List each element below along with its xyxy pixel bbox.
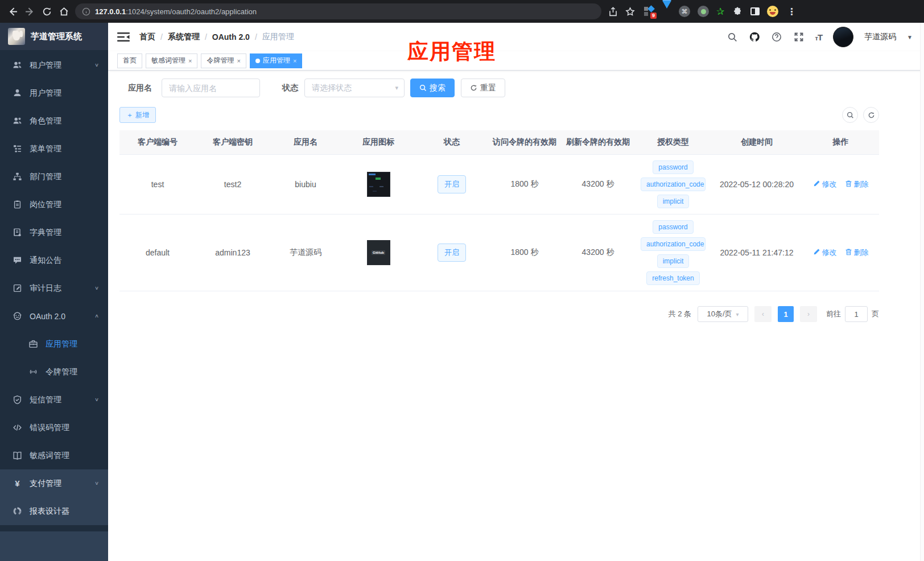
sidebar-item-tenant[interactable]: 租户管理∨ — [0, 51, 108, 79]
page-size-select[interactable]: 10条/页▾ — [698, 306, 748, 322]
add-button[interactable]: ＋ 新增 — [119, 107, 156, 123]
cell-created-time: 2022-05-12 00:28:20 — [711, 155, 802, 214]
sidebar-item-errcode[interactable]: 错误码管理 — [0, 414, 108, 442]
sidebar-toggle-icon[interactable] — [117, 31, 130, 43]
sidebar-item-report[interactable]: 报表设计器 — [0, 497, 108, 525]
sidebar-item-label: 支付管理 — [30, 478, 61, 489]
sidebar-item-sensitive[interactable]: 敏感词管理 — [0, 442, 108, 469]
reset-button[interactable]: 重置 — [461, 79, 505, 97]
status-badge[interactable]: 开启 — [438, 244, 466, 262]
sidebar-item-menu[interactable]: 菜单管理 — [0, 135, 108, 163]
edit-link[interactable]: 修改 — [813, 179, 837, 189]
sidebar-item-role[interactable]: 角色管理 — [0, 107, 108, 135]
app-logo-row[interactable]: 芋道管理系统 — [0, 23, 108, 50]
sidebar-item-label: 通知公告 — [30, 255, 61, 266]
column-header: 状态 — [415, 130, 488, 155]
sidebar-item-oauth2-app[interactable]: 应用管理 — [0, 330, 108, 358]
breadcrumb-separator: / — [160, 32, 163, 42]
back-icon[interactable] — [7, 6, 18, 17]
app-logo-icon — [8, 28, 25, 45]
edit-link[interactable]: 修改 — [813, 248, 837, 258]
prev-page-button[interactable]: ‹ — [754, 306, 772, 322]
header-search-icon[interactable] — [727, 31, 738, 43]
table-refresh-icon[interactable] — [863, 107, 879, 123]
chevron-down-icon: ∨ — [94, 285, 99, 291]
next-page-button[interactable]: › — [800, 306, 817, 322]
breadcrumb-item[interactable]: OAuth 2.0 — [212, 32, 250, 42]
report-icon — [13, 506, 22, 516]
menu-dots-icon[interactable]: ⋮ — [786, 6, 797, 17]
sidebar-item-sms[interactable]: 短信管理∨ — [0, 386, 108, 414]
github-icon[interactable] — [749, 31, 760, 43]
scrollbar[interactable] — [920, 23, 924, 561]
cell-access-ttl: 1800 秒 — [488, 214, 561, 291]
kite-icon[interactable] — [662, 4, 671, 19]
user-caret-icon[interactable]: ▼ — [907, 34, 913, 40]
goto-page-input[interactable] — [845, 306, 868, 322]
sidebar-item-audit[interactable]: 审计日志∨ — [0, 274, 108, 302]
sidebar-item-oauth2-token[interactable]: 令牌管理 — [0, 358, 108, 386]
tab-首页[interactable]: 首页 — [117, 53, 142, 68]
sidebar-item-dict[interactable]: 字典管理 — [0, 218, 108, 246]
breadcrumb-item[interactable]: 系统管理 — [168, 32, 200, 42]
delete-link[interactable]: 删除 — [845, 248, 869, 258]
app-name-input[interactable] — [162, 79, 260, 97]
github-thumb: GitHub — [367, 240, 390, 265]
fullscreen-icon[interactable] — [793, 31, 805, 43]
breadcrumb-item[interactable]: 首页 — [139, 32, 155, 42]
tags-view-bar: 首页敏感词管理×令牌管理×应用管理× — [108, 51, 924, 71]
help-icon[interactable] — [771, 31, 782, 43]
home-icon[interactable] — [58, 6, 69, 17]
sidebar-item-user[interactable]: 用户管理 — [0, 79, 108, 107]
font-size-icon[interactable]: тT — [815, 32, 823, 42]
navbar: 首页/系统管理/OAuth 2.0/应用管理 тT 芋道源码 ▼ — [108, 23, 924, 51]
reload-icon[interactable] — [41, 6, 52, 17]
record-circle-icon[interactable] — [698, 6, 709, 17]
tab-应用管理[interactable]: 应用管理× — [250, 53, 302, 68]
sidebar-item-label: 敏感词管理 — [30, 451, 69, 461]
sidebar-item-oauth2[interactable]: OAuth 2.0∧ — [0, 302, 108, 330]
puzzle-icon[interactable] — [732, 6, 743, 17]
close-icon[interactable]: × — [188, 57, 192, 64]
split-view-icon[interactable] — [750, 7, 760, 15]
star-icon[interactable] — [624, 6, 636, 17]
delete-icon — [845, 180, 852, 189]
edit-icon — [813, 180, 820, 189]
forward-icon[interactable] — [24, 6, 35, 17]
close-icon[interactable]: × — [293, 57, 296, 64]
address-bar[interactable]: 127.0.0.1:1024/system/oauth2/oauth2/appl… — [75, 3, 601, 19]
status-select[interactable]: 请选择状态 ▾ — [304, 79, 405, 97]
status-select-placeholder: 请选择状态 — [312, 83, 352, 93]
extension-badge-icon[interactable]: 9 — [644, 6, 655, 17]
users-icon — [13, 60, 22, 70]
sidebar-item-pay[interactable]: ¥支付管理∨ — [0, 469, 108, 497]
sidebar-item-post[interactable]: 岗位管理 — [0, 191, 108, 218]
active-dot-icon — [255, 59, 260, 63]
info-icon[interactable] — [82, 6, 90, 17]
sidebar-item-notice[interactable]: 通知公告 — [0, 246, 108, 274]
tab-令牌管理[interactable]: 令牌管理× — [201, 53, 246, 68]
search-button[interactable]: 搜索 — [410, 79, 455, 97]
username-label[interactable]: 芋道源码 — [864, 32, 896, 42]
applications-table: 客户端编号客户端密钥应用名应用图标状态访问令牌的有效期刷新令牌的有效期授权类型创… — [119, 130, 879, 291]
share-icon[interactable] — [607, 6, 618, 17]
delete-link[interactable]: 删除 — [845, 179, 869, 189]
sidebar-item-label: 审计日志 — [30, 283, 61, 294]
green-star-icon[interactable]: ✰ — [716, 7, 724, 16]
status-badge[interactable]: 开启 — [438, 175, 466, 193]
sidebar-menu: 租户管理∨用户管理角色管理菜单管理部门管理岗位管理字典管理通知公告审计日志∨OA… — [0, 50, 108, 531]
current-page-button[interactable]: 1 — [778, 306, 794, 322]
sidebar-item-label: 短信管理 — [30, 395, 61, 405]
cell-access-ttl: 1800 秒 — [488, 155, 561, 214]
url-text: 127.0.0.1:1024/system/oauth2/oauth2/appl… — [95, 7, 257, 16]
user-avatar[interactable] — [833, 27, 853, 47]
tab-敏感词管理[interactable]: 敏感词管理× — [146, 53, 197, 68]
cell-app-name: 芋道源码 — [270, 214, 341, 291]
command-circle-icon[interactable]: ⌘ — [679, 6, 690, 17]
emoji-avatar-icon[interactable] — [767, 6, 778, 17]
tab-label: 令牌管理 — [207, 56, 234, 65]
sidebar-item-dept[interactable]: 部门管理 — [0, 163, 108, 191]
table-search-toggle-icon[interactable] — [842, 107, 858, 123]
close-icon[interactable]: × — [237, 57, 240, 64]
column-header: 应用图标 — [341, 130, 415, 155]
